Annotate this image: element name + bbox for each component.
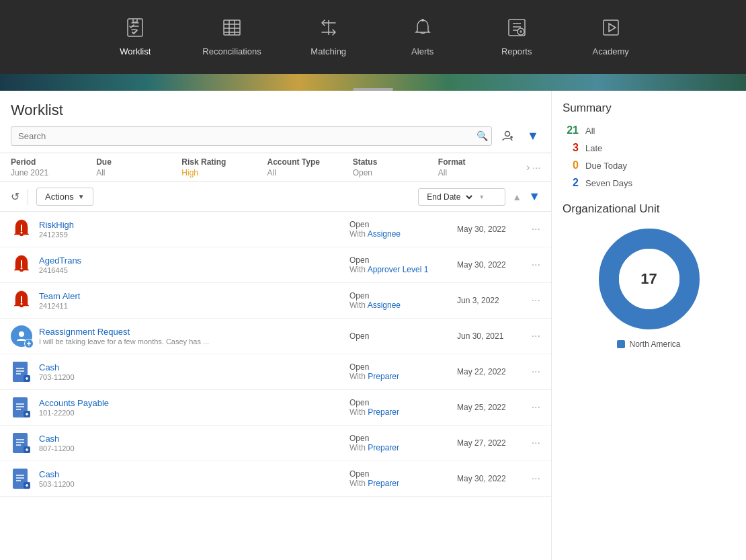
item-status: Open With Approver Level 1	[349, 255, 457, 274]
item-title: Cash	[39, 434, 349, 444]
list-item[interactable]: Team Alert 2412411 Open With Assignee Ju…	[0, 283, 551, 319]
filter-risk-label: Risk Rating	[181, 157, 267, 167]
item-menu-button[interactable]: ···	[524, 259, 540, 271]
nav-label-reconciliations: Reconciliations	[202, 46, 261, 56]
item-subtitle: 2412359	[39, 231, 349, 239]
toolbar: ↺ Actions ▼ End Date Start Date Name ▼ ▲…	[0, 182, 551, 212]
item-menu-button[interactable]: ···	[524, 330, 540, 342]
item-date: May 30, 2022	[457, 225, 524, 234]
list-item[interactable]: Cash 703-11200 Open With Preparer May 22…	[0, 354, 551, 390]
sort-asc-button[interactable]: ▲	[512, 192, 522, 202]
list-item[interactable]: Reassignment Request I will be taking le…	[0, 319, 551, 354]
item-date: Jun 3, 2022	[457, 296, 524, 305]
nav-item-worklist[interactable]: Worklist	[108, 17, 162, 56]
nav-item-reports[interactable]: Reports	[490, 17, 544, 56]
item-date: May 22, 2022	[457, 367, 524, 376]
summary-row-seven-days: 2 Seven Days	[563, 177, 735, 189]
item-info: Cash 503-11200	[39, 469, 349, 488]
filter-period-value: June 2021	[11, 168, 96, 177]
filter-more-icon[interactable]: ···	[532, 162, 540, 173]
worklist-icon	[125, 17, 145, 42]
refresh-button[interactable]: ↺	[11, 190, 19, 203]
item-info: Accounts Payable 101-22200	[39, 398, 349, 417]
sort-desc-button[interactable]: ▼	[528, 190, 540, 204]
item-title: Team Alert	[39, 291, 349, 301]
with-link[interactable]: Preparer	[368, 479, 399, 488]
nav-item-alerts[interactable]: Alerts	[396, 17, 450, 56]
with-link[interactable]: Approver Level 1	[368, 265, 429, 274]
list-item[interactable]: Cash 503-11200 Open With Preparer May 30…	[0, 461, 551, 497]
filter-format[interactable]: Format All	[438, 157, 524, 177]
item-status: Open With Preparer	[349, 398, 457, 417]
item-menu-button[interactable]: ···	[524, 437, 540, 449]
filter-button[interactable]: ▼	[523, 126, 543, 146]
list-item[interactable]: Accounts Payable 101-22200 Open With Pre…	[0, 390, 551, 426]
item-menu-button[interactable]: ···	[524, 294, 540, 307]
sort-select[interactable]: End Date Start Date Name	[424, 192, 474, 202]
alerts-icon	[413, 17, 433, 42]
search-input[interactable]	[11, 126, 492, 146]
user-filter-button[interactable]	[497, 126, 517, 146]
nav-label-reports: Reports	[501, 46, 532, 56]
item-subtitle: 101-22200	[39, 409, 349, 417]
item-date: May 27, 2022	[457, 438, 524, 448]
item-status: Open With Assignee	[349, 291, 457, 310]
filter-due[interactable]: Due All	[96, 157, 181, 177]
donut-chart: 17	[595, 225, 703, 333]
search-input-wrapper: 🔍	[11, 126, 492, 146]
summary-title: Summary	[563, 102, 735, 115]
summary-label-all: All	[585, 126, 595, 136]
item-menu-button[interactable]: ···	[524, 223, 540, 235]
with-link[interactable]: Preparer	[368, 407, 399, 417]
summary-count-late: 3	[563, 142, 579, 154]
item-subtitle: 503-11200	[39, 480, 349, 488]
item-menu-button[interactable]: ···	[524, 366, 540, 378]
filter-period[interactable]: Period June 2021	[11, 157, 96, 177]
summary-row-due-today: 0 Due Today	[563, 159, 735, 171]
filter-status[interactable]: Status Open	[353, 157, 438, 177]
reports-icon	[507, 17, 527, 42]
item-subtitle: 807-11200	[39, 444, 349, 452]
filter-row: Period June 2021 Due All Risk Rating Hig…	[0, 153, 551, 182]
list-container: RiskHigh 2412359 Open With Assignee May …	[0, 212, 551, 560]
nav-label-academy: Academy	[593, 46, 629, 56]
search-icon[interactable]: 🔍	[476, 130, 488, 141]
item-menu-button[interactable]: ···	[524, 401, 540, 413]
item-date: May 25, 2022	[457, 403, 524, 412]
sort-chevron-icon: ▼	[479, 194, 485, 200]
svg-point-16	[505, 132, 510, 136]
with-link[interactable]: Assignee	[368, 229, 401, 239]
summary-count-seven-days: 2	[563, 177, 579, 189]
toolbar-divider	[28, 189, 28, 205]
document-icon	[11, 432, 32, 454]
filter-expand-icon[interactable]: ›	[524, 161, 532, 173]
filter-risk[interactable]: Risk Rating High	[181, 157, 267, 177]
summary-label-late: Late	[585, 143, 602, 153]
nav-item-reconciliations[interactable]: Reconciliations	[202, 17, 261, 56]
list-item[interactable]: AgedTrans 2416445 Open With Approver Lev…	[0, 247, 551, 283]
item-title: Reassignment Request	[39, 327, 349, 337]
item-subtitle: 2416445	[39, 266, 349, 274]
filter-risk-value: High	[181, 168, 267, 177]
item-info: RiskHigh 2412359	[39, 220, 349, 239]
with-link[interactable]: Preparer	[368, 372, 399, 381]
org-unit-title: Organizational Unit	[563, 202, 735, 216]
actions-button[interactable]: Actions ▼	[36, 188, 93, 206]
item-title: AgedTrans	[39, 255, 349, 266]
filter-account-type[interactable]: Account Type All	[267, 157, 353, 177]
item-info: Cash 807-11200	[39, 434, 349, 452]
svg-rect-0	[128, 19, 142, 36]
nav-item-matching[interactable]: Matching	[302, 17, 356, 56]
nav-item-academy[interactable]: Academy	[584, 17, 638, 56]
filter-due-label: Due	[96, 157, 181, 167]
list-item[interactable]: RiskHigh 2412359 Open With Assignee May …	[0, 212, 551, 247]
with-link[interactable]: Preparer	[368, 443, 399, 452]
with-link[interactable]: Assignee	[368, 301, 401, 310]
item-info: Cash 703-11200	[39, 362, 349, 381]
actions-arrow-icon: ▼	[78, 193, 85, 200]
item-status: Open With Preparer	[349, 362, 457, 381]
item-menu-button[interactable]: ···	[524, 473, 540, 485]
summary-count-due-today: 0	[563, 159, 579, 171]
list-item[interactable]: Cash 807-11200 Open With Preparer May 27…	[0, 426, 551, 461]
item-date: Jun 30, 2021	[457, 331, 524, 341]
